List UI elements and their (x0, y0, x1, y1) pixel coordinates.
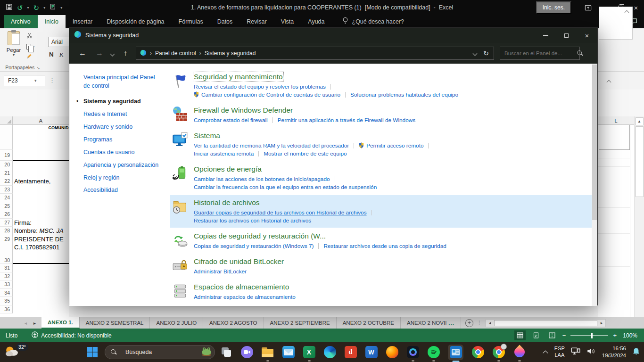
clock[interactable]: 16:56 19/3/2024 (602, 345, 626, 359)
notification-bell-icon[interactable] (632, 347, 640, 357)
dialog-launcher-icon[interactable]: ↘ (36, 66, 40, 70)
cp-scrollbar[interactable] (592, 64, 597, 306)
redo-dropdown-icon[interactable]: ▾ (43, 6, 45, 10)
cut-icon[interactable] (26, 32, 33, 41)
chrome-profile-icon[interactable] (492, 346, 505, 359)
refresh-icon[interactable]: ↻ (483, 49, 489, 57)
section-title-link[interactable]: Opciones de energía (194, 165, 262, 173)
address-bar[interactable]: › Panel de control › Sistema y seguridad… (136, 47, 494, 60)
breadcrumb-sistema-y-seguridad[interactable]: Sistema y seguridad (205, 50, 256, 57)
copy-icon[interactable] (26, 44, 31, 49)
ribbon-display-options-icon[interactable] (580, 0, 596, 15)
ribbon-collapse-icon[interactable] (607, 77, 611, 86)
task-link[interactable]: Iniciar asistencia remota (194, 150, 254, 157)
start-button[interactable] (87, 346, 98, 358)
sidebar-item-apariencia[interactable]: Apariencia y personalización (83, 161, 170, 169)
sheet-tab-anexo2-semestral[interactable]: ANEXO 2 SEMESTRAL (80, 317, 150, 329)
vertical-scroll-thumb[interactable] (636, 126, 644, 197)
firefox-icon[interactable] (386, 346, 398, 359)
section-title-link[interactable]: Firewall de Windows Defender (194, 106, 293, 115)
file-history-icon[interactable] (172, 198, 188, 214)
section-title-link[interactable]: Seguridad y mantenimiento (194, 73, 283, 81)
up-icon[interactable]: ↑ (124, 49, 127, 58)
section-title-link[interactable]: Cifrado de unidad BitLocker (194, 257, 284, 266)
task-link[interactable]: Permitir acceso remoto (366, 142, 423, 149)
font-name-box[interactable]: Arial (48, 37, 69, 47)
tab-datos[interactable]: Datos (210, 15, 240, 28)
breadcrumb-panel-de-control[interactable]: Panel de control (155, 50, 196, 57)
cp-search-box[interactable] (500, 47, 580, 60)
system-monitor-icon[interactable] (172, 132, 188, 148)
storage-spaces-icon[interactable] (172, 283, 188, 299)
section-title-link[interactable]: Espacios de almacenamiento (194, 283, 289, 291)
sheet-tab-anexo2-noviembre[interactable]: ANEXO 2 NOVII... (401, 317, 461, 329)
italic-button[interactable]: K (59, 51, 64, 58)
task-link[interactable]: Copias de seguridad y restauración (Wind… (194, 243, 314, 249)
horizontal-scroll-thumb[interactable] (494, 320, 597, 326)
column-header-a[interactable]: A (13, 116, 69, 124)
zoom-slider-thumb[interactable] (591, 333, 593, 338)
tab-ayuda[interactable]: Ayuda (301, 15, 331, 28)
sheet-nav-left-icon[interactable]: ◂ (25, 321, 27, 326)
section-title-link[interactable]: Historial de archivos (194, 198, 260, 207)
file-explorer-icon[interactable] (261, 346, 274, 359)
sidebar-item-programas[interactable]: Programas (83, 136, 170, 144)
forward-icon[interactable]: → (96, 49, 103, 58)
accessibility-status[interactable]: Accesibilidad: No disponible (32, 331, 111, 339)
task-link[interactable]: Cambiar configuración de Control de cuen… (201, 91, 340, 98)
task-link[interactable]: Mostrar el nombre de este equipo (264, 150, 347, 157)
column-header-l[interactable]: L (598, 116, 634, 124)
bold-button[interactable]: N (49, 51, 54, 58)
task-link[interactable]: Revisar el estado del equipo y resolver … (194, 83, 326, 90)
tab-insertar[interactable]: Insertar (66, 15, 99, 28)
name-box[interactable]: ▾ (4, 75, 45, 86)
zoom-level[interactable]: 100% (621, 332, 637, 339)
task-link[interactable]: Restaurar los archivos con Historial de … (194, 217, 311, 224)
power-battery-icon[interactable] (172, 165, 188, 181)
paste-button[interactable]: Pegar ▾ (5, 31, 23, 57)
task-link[interactable]: Permitir una aplicación a través de Fire… (278, 117, 415, 123)
firewall-icon[interactable] (172, 106, 188, 122)
page-break-view-icon[interactable] (546, 330, 558, 340)
network-icon[interactable] (571, 347, 580, 357)
video-call-app-icon[interactable] (240, 346, 253, 359)
task-link[interactable]: Solucionar problemas habituales del equi… (350, 91, 458, 98)
pdf-editor-icon[interactable]: d (344, 346, 357, 359)
zoom-in-icon[interactable]: + (613, 332, 617, 339)
security-flag-icon[interactable] (172, 73, 188, 89)
volume-icon[interactable] (586, 347, 596, 357)
tab-revisar[interactable]: Revisar (239, 15, 273, 28)
recent-pages-chevron-icon[interactable] (111, 49, 114, 58)
zoom-out-icon[interactable]: − (562, 332, 566, 339)
cp-maximize-button[interactable] (556, 28, 577, 43)
cp-titlebar[interactable]: Sistema y seguridad × (69, 28, 597, 43)
task-link[interactable]: Comprobar estado del firewall (194, 117, 268, 123)
sidebar-item-reloj-y-region[interactable]: Reloj y región (83, 174, 170, 182)
sidebar-item-cuentas-de-usuario[interactable]: Cuentas de usuario (83, 148, 170, 156)
back-icon[interactable]: ← (79, 49, 86, 58)
formula-bar-collapse-icon[interactable] (625, 10, 629, 15)
undo-icon[interactable]: ↺ (17, 4, 23, 11)
task-link[interactable]: Ver la cantidad de memoria RAM y la velo… (194, 142, 349, 149)
tab-formulas[interactable]: Fórmulas (172, 15, 210, 28)
chrome-icon[interactable] (471, 346, 484, 359)
normal-view-icon[interactable] (514, 330, 526, 340)
tab-disposicion[interactable]: Disposición de página (99, 15, 171, 28)
customize-qat-icon[interactable]: ▾ (60, 6, 62, 10)
sheet-tab-anexo2-julio[interactable]: ANEXO 2 JULIO (150, 317, 203, 329)
taskbar-search[interactable]: Búsqueda (105, 345, 215, 359)
scroll-left-icon[interactable]: ◂ (486, 321, 494, 325)
sheet-tab-anexo1[interactable]: ANEXO 1. (41, 317, 80, 329)
excel-icon[interactable]: X (303, 346, 315, 359)
sidebar-item-hardware-y-sonido[interactable]: Hardware y sonido (83, 123, 170, 131)
name-box-input[interactable] (4, 77, 33, 84)
language-indicator[interactable]: ESP LAA (554, 346, 565, 359)
save-icon[interactable] (6, 3, 13, 12)
paste-dropdown-icon[interactable]: ▾ (5, 53, 23, 57)
scroll-up-icon[interactable]: ▲ (636, 117, 644, 125)
format-painter-icon[interactable] (26, 53, 33, 61)
sign-in-button[interactable]: Inic. ses. (536, 1, 571, 14)
task-link[interactable]: Administrar espacios de almacenamiento (194, 294, 296, 300)
redo-icon[interactable]: ↻ (33, 4, 40, 11)
tell-me-box[interactable]: ¿Qué desea hacer? (342, 15, 405, 28)
